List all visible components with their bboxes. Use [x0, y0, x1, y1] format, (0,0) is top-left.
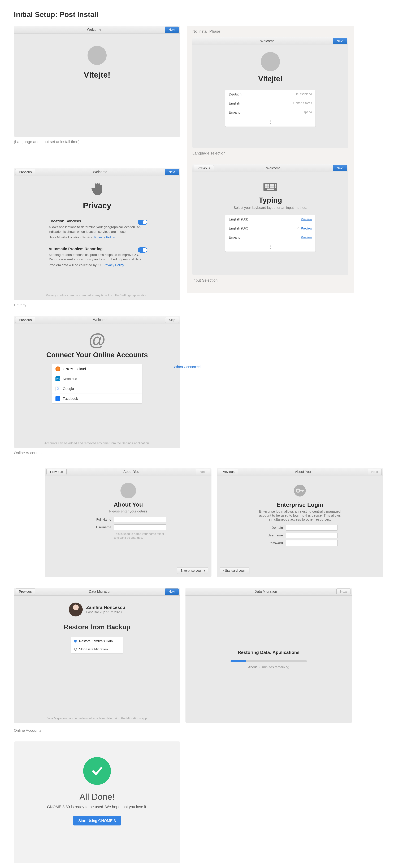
location-toggle[interactable]: [138, 220, 147, 225]
next-button[interactable]: Next: [368, 469, 382, 475]
problem-reporting-item: Automatic Problem Reporting Sending repo…: [48, 247, 146, 268]
kb-row[interactable]: English (US)Preview: [226, 215, 315, 224]
lang-row[interactable]: DeutschDeutschland: [226, 90, 315, 99]
svg-rect-6: [265, 186, 267, 188]
enterprise-window: Previous About You Next Enterprise Login…: [217, 468, 383, 577]
fullname-label: Full Name: [91, 518, 111, 522]
start-using-button[interactable]: Start Using GNOME 3: [73, 816, 121, 826]
domain-input[interactable]: [286, 525, 338, 530]
previous-button[interactable]: Previous: [218, 469, 238, 475]
preview-link[interactable]: Preview: [301, 218, 312, 221]
previous-button[interactable]: Previous: [15, 317, 35, 323]
restore-option[interactable]: Restore Zamfira's Data: [71, 637, 123, 645]
next-button[interactable]: Next: [333, 38, 347, 44]
account-row-facebook[interactable]: fFacebook: [52, 394, 142, 403]
previous-button[interactable]: Previous: [46, 469, 67, 475]
window-title: About You: [238, 470, 368, 474]
domain-label: Domain: [262, 526, 283, 530]
username-hint: This is used to name your home folder an…: [114, 532, 166, 540]
accounts-list: GNOME Cloud ○○○Nexcloud GGoogle fFaceboo…: [52, 364, 142, 403]
kb-row[interactable]: English (UK)✓Preview: [226, 224, 315, 233]
svg-rect-1: [265, 184, 267, 186]
caption-language: Language selection: [193, 151, 348, 156]
next-button[interactable]: Next: [165, 169, 179, 175]
restoring-window: . Data Migration Next Restoring Data: Ap…: [185, 588, 352, 723]
kb-row[interactable]: EspanolPreview: [226, 233, 315, 242]
privacy-footnote: Privacy controls can be changed at any t…: [14, 293, 180, 297]
window-title: Welcome: [214, 166, 333, 170]
caption-accounts: Online Accounts: [14, 451, 180, 455]
caption-privacy: Privacy: [14, 303, 180, 307]
apr-desc: Sending reports of technical problems he…: [48, 253, 146, 262]
done-title: All Done!: [79, 792, 115, 802]
window-title: Welcome: [24, 28, 165, 32]
next-button[interactable]: Next: [333, 165, 347, 172]
password-label: Password: [262, 541, 283, 545]
account-row-nextcloud[interactable]: ○○○Nexcloud: [52, 374, 142, 384]
user-name: Zamfira Honcescu: [86, 605, 125, 610]
previous-button[interactable]: Previous: [194, 165, 214, 172]
svg-rect-2: [268, 184, 269, 186]
accounts-window: Previous Welcome Skip @ Connect Your Onl…: [14, 316, 180, 448]
language-list: DeutschDeutschland EnglishUnited States …: [226, 90, 315, 127]
typing-title: Typing: [259, 196, 282, 204]
window-title: Data Migration: [35, 590, 165, 593]
preview-link[interactable]: Preview: [301, 236, 312, 239]
svg-rect-8: [270, 186, 272, 188]
gnome-icon: [56, 367, 60, 371]
next-button[interactable]: Next: [165, 27, 179, 33]
language-window: . Welcome Next Vítejte! DeutschDeutschla…: [193, 37, 348, 148]
username-input[interactable]: [286, 533, 338, 538]
lang-row[interactable]: EnglishUnited States: [226, 99, 315, 108]
window-title: About You: [67, 470, 196, 474]
svg-rect-5: [275, 184, 276, 186]
typing-window: Previous Welcome Next Typing Select your…: [193, 164, 348, 275]
nextcloud-icon: ○○○: [56, 376, 60, 381]
next-button[interactable]: Next: [165, 589, 179, 595]
account-row-google[interactable]: GGoogle: [52, 384, 142, 394]
restore-option[interactable]: Skip Data Migration: [71, 645, 123, 653]
restore-title: Restore from Backup: [64, 623, 130, 631]
fullname-input[interactable]: [114, 517, 166, 522]
progress-bar: [231, 660, 307, 662]
apr-toggle[interactable]: [138, 247, 147, 253]
key-icon: [292, 483, 308, 500]
svg-rect-9: [272, 186, 274, 188]
more-row[interactable]: ⋮: [226, 242, 315, 252]
skip-button[interactable]: Skip: [165, 317, 179, 323]
standard-login-button[interactable]: ‹ Standard Login: [220, 567, 249, 574]
username-label: Username: [262, 533, 283, 537]
welcome-title: Vítejte!: [84, 70, 110, 80]
keyboard-list: English (US)Preview English (UK)✓Preview…: [226, 215, 315, 252]
restore-window: Previous Data Migration Next Zamfira Hon…: [14, 588, 180, 723]
page-title: Initial Setup: Post Install: [14, 10, 402, 19]
radio-off-icon: [74, 648, 77, 651]
password-input[interactable]: [286, 540, 338, 546]
previous-button[interactable]: Previous: [15, 169, 35, 175]
svg-rect-11: [267, 189, 274, 190]
svg-rect-15: [302, 490, 303, 492]
preview-link[interactable]: Preview: [301, 227, 312, 230]
caption-online-accounts-2: Online Accounts: [14, 728, 402, 733]
lang-row[interactable]: EspanolEspana: [226, 108, 315, 117]
restoring-title: Restoring Data: Applications: [238, 650, 300, 655]
enterprise-login-button[interactable]: Enterprise Login ›: [177, 567, 208, 574]
hand-icon: [89, 181, 105, 198]
enterprise-title: Enterprise Login: [276, 501, 323, 508]
account-row-gnome[interactable]: GNOME Cloud: [52, 364, 142, 374]
previous-button[interactable]: Previous: [15, 589, 35, 595]
avatar-placeholder: [120, 483, 136, 498]
username-input[interactable]: [114, 524, 166, 530]
next-button[interactable]: Next: [196, 469, 210, 475]
privacy-policy-link[interactable]: Privacy Policy: [94, 236, 115, 239]
time-remaining: About 35 minutes remaining: [248, 665, 289, 669]
privacy-policy-link[interactable]: Privacy Policy: [103, 263, 124, 267]
window-title: Data Migration: [195, 590, 337, 593]
alldone-window: All Done! GNOME 3.30 is ready to be used…: [14, 741, 180, 863]
keyboard-icon: [263, 181, 278, 194]
svg-rect-7: [268, 186, 269, 188]
accounts-footnote: Accounts can be added and removed any ti…: [14, 441, 180, 445]
next-button-disabled: Next: [337, 589, 350, 595]
more-row[interactable]: ⋮: [226, 117, 315, 127]
avatar-placeholder: [88, 46, 107, 65]
